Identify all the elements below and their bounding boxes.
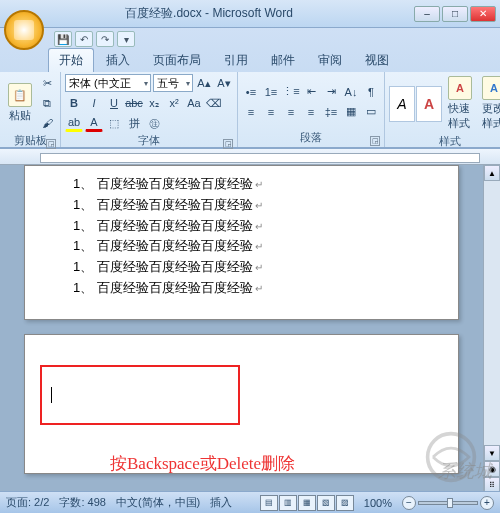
quick-access-toolbar: 💾 ↶ ↷ ▾ [54,28,135,50]
group-clipboard: 📋 粘贴 ✂ ⧉ 🖌 剪贴板◲ [0,72,61,147]
grow-font-button[interactable]: A▴ [195,74,213,92]
zoom-level[interactable]: 100% [364,497,392,509]
quick-styles-button[interactable]: A 快速样式 [444,74,476,133]
font-name-combo[interactable]: 宋体 (中文正 [65,74,151,92]
cut-button[interactable]: ✂ [38,74,56,92]
numbering-button[interactable]: 1≡ [262,83,280,101]
tab-insert[interactable]: 插入 [95,48,141,72]
phonetic-button[interactable]: 拼 [125,114,143,132]
tab-mail[interactable]: 邮件 [260,48,306,72]
doc-line[interactable]: 1、 百度经验百度经验百度经验↵ [73,195,410,216]
paste-button[interactable]: 📋 粘贴 [4,81,36,125]
change-styles-label: 更改样式 [482,101,500,131]
office-icon [14,20,34,40]
bullets-button[interactable]: •≡ [242,83,260,101]
zoom-slider: − + [402,496,494,510]
underline-button[interactable]: U [105,94,123,112]
align-center-button[interactable]: ≡ [262,103,280,121]
group-font-label: 字体 [138,134,160,146]
copy-button[interactable]: ⧉ [38,94,56,112]
style-gallery[interactable]: A A [389,86,442,122]
ribbon-tabs: 开始 插入 页面布局 引用 邮件 审阅 视图 [0,50,500,72]
close-button[interactable]: ✕ [470,6,496,22]
doc-line[interactable]: 1、 百度经验百度经验百度经验↵ [73,278,410,299]
view-draft-button[interactable]: ▨ [336,495,354,511]
zoom-thumb[interactable] [447,498,453,508]
style-gallery-item[interactable]: A [416,86,442,122]
tab-home[interactable]: 开始 [48,48,94,72]
doc-line[interactable]: 1、 百度经验百度经验百度经验↵ [73,257,410,278]
multilevel-button[interactable]: ⋮≡ [282,83,300,101]
annotation-box [40,365,240,425]
doc-line[interactable]: 1、 百度经验百度经验百度经验↵ [73,174,410,195]
font-color-button[interactable]: A [85,114,103,132]
italic-button[interactable]: I [85,94,103,112]
change-styles-icon: A [482,76,500,100]
minimize-button[interactable]: – [414,6,440,22]
doc-line[interactable]: 1、 百度经验百度经验百度经验↵ [73,236,410,257]
indent-inc-button[interactable]: ⇥ [322,83,340,101]
font-launcher-icon[interactable]: ◲ [223,139,233,149]
scroll-track[interactable] [484,181,500,445]
zoom-track[interactable] [418,501,478,505]
office-button[interactable] [4,10,44,50]
qat-redo-icon[interactable]: ↷ [96,31,114,47]
strike-button[interactable]: abc [125,94,143,112]
clipboard-launcher-icon[interactable]: ◲ [46,139,56,149]
window-controls: – □ ✕ [414,6,496,22]
instruction-annotation: 按Backspace或Delete删除 [110,452,295,475]
status-words[interactable]: 字数: 498 [59,495,105,510]
superscript-button[interactable]: x² [165,94,183,112]
tab-view[interactable]: 视图 [354,48,400,72]
window-title: 百度经验.docx - Microsoft Word [4,5,414,22]
page-1[interactable]: 1、 百度经验百度经验百度经验↵ 1、 百度经验百度经验百度经验↵ 1、 百度经… [24,165,459,320]
style-gallery-item[interactable]: A [389,86,415,122]
sort-button[interactable]: A↓ [342,83,360,101]
qat-more-icon[interactable]: ▾ [117,31,135,47]
horizontal-ruler[interactable] [0,149,500,165]
group-font: 宋体 (中文正 五号 A▴ A▾ B I U abc x₂ x² Aa ⌫ [61,72,238,147]
align-justify-button[interactable]: ≡ [302,103,320,121]
zoom-out-button[interactable]: − [402,496,416,510]
quick-styles-label: 快速样式 [448,101,472,131]
line-spacing-button[interactable]: ‡≡ [322,103,340,121]
view-read-button[interactable]: ▥ [279,495,297,511]
paragraph-launcher-icon[interactable]: ◲ [370,136,380,146]
enclose-button[interactable]: ㊟ [145,114,163,132]
font-size-combo[interactable]: 五号 [153,74,193,92]
borders-button[interactable]: ▭ [362,103,380,121]
group-paragraph: •≡ 1≡ ⋮≡ ⇤ ⇥ A↓ ¶ ≡ ≡ ≡ ≡ ‡≡ ▦ [238,72,385,147]
tab-layout[interactable]: 页面布局 [142,48,212,72]
group-clipboard-label: 剪贴板 [14,134,47,146]
show-marks-button[interactable]: ¶ [362,83,380,101]
doc-line[interactable]: 1、 百度经验百度经验百度经验↵ [73,216,410,237]
view-web-button[interactable]: ▦ [298,495,316,511]
tab-references[interactable]: 引用 [213,48,259,72]
zoom-in-button[interactable]: + [480,496,494,510]
shrink-font-button[interactable]: A▾ [215,74,233,92]
clear-format-button[interactable]: ⌫ [205,94,223,112]
maximize-button[interactable]: □ [442,6,468,22]
subscript-button[interactable]: x₂ [145,94,163,112]
status-language[interactable]: 中文(简体，中国) [116,495,200,510]
view-print-button[interactable]: ▤ [260,495,278,511]
group-paragraph-label: 段落 [300,131,322,143]
qat-undo-icon[interactable]: ↶ [75,31,93,47]
scroll-up-button[interactable]: ▲ [484,165,500,181]
status-mode[interactable]: 插入 [210,495,232,510]
tab-review[interactable]: 审阅 [307,48,353,72]
align-left-button[interactable]: ≡ [242,103,260,121]
bold-button[interactable]: B [65,94,83,112]
change-styles-button[interactable]: A 更改样式 [478,74,500,133]
change-case-button[interactable]: Aa [185,94,203,112]
highlight-button[interactable]: ab [65,114,83,132]
qat-save-icon[interactable]: 💾 [54,31,72,47]
format-painter-button[interactable]: 🖌 [38,114,56,132]
status-page[interactable]: 页面: 2/2 [6,495,49,510]
align-right-button[interactable]: ≡ [282,103,300,121]
char-border-button[interactable]: ⬚ [105,114,123,132]
indent-dec-button[interactable]: ⇤ [302,83,320,101]
view-outline-button[interactable]: ▧ [317,495,335,511]
text-cursor [51,387,52,403]
shading-button[interactable]: ▦ [342,103,360,121]
